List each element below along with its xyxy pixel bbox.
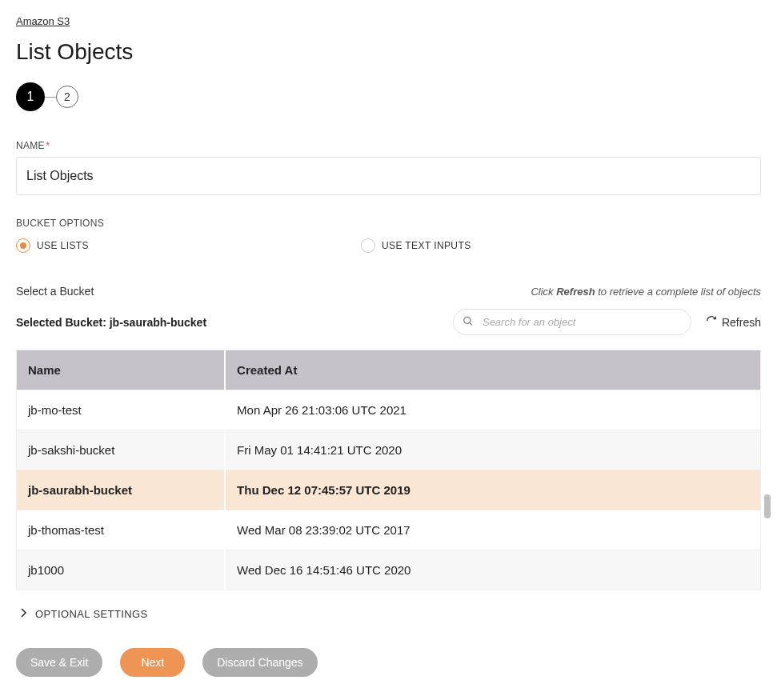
table-cell-name: jb-saurabh-bucket bbox=[17, 470, 225, 510]
name-input[interactable] bbox=[16, 157, 761, 195]
table-header-created-at[interactable]: Created At bbox=[225, 350, 760, 390]
step-1[interactable]: 1 bbox=[16, 82, 45, 111]
radio-use-lists-label: USE LISTS bbox=[37, 240, 89, 251]
table-cell-created-at: Fri May 01 14:41:21 UTC 2020 bbox=[225, 430, 760, 470]
selected-bucket-value: jb-saurabh-bucket bbox=[110, 316, 206, 329]
required-indicator: * bbox=[46, 139, 50, 152]
step-connector bbox=[45, 97, 56, 98]
table-row[interactable]: jb-thomas-test Wed Mar 08 23:39:02 UTC 2… bbox=[17, 510, 760, 550]
table-cell-created-at: Wed Mar 08 23:39:02 UTC 2017 bbox=[225, 510, 760, 550]
table-cell-created-at: Mon Apr 26 21:03:06 UTC 2021 bbox=[225, 390, 760, 430]
refresh-hint-suffix: to retrieve a complete list of objects bbox=[595, 286, 761, 298]
refresh-hint-bold: Refresh bbox=[556, 286, 595, 298]
search-icon bbox=[463, 315, 474, 329]
selected-bucket: Selected Bucket: jb-saurabh-bucket bbox=[16, 316, 206, 329]
radio-use-text-inputs[interactable]: USE TEXT INPUTS bbox=[361, 238, 471, 253]
refresh-button[interactable]: Refresh bbox=[706, 315, 761, 329]
table-row[interactable]: jb1000 Wed Dec 16 14:51:46 UTC 2020 bbox=[17, 550, 760, 590]
chevron-right-icon bbox=[21, 608, 27, 620]
svg-point-0 bbox=[464, 317, 471, 323]
next-button[interactable]: Next bbox=[120, 648, 185, 677]
refresh-icon bbox=[706, 315, 717, 329]
svg-line-1 bbox=[470, 322, 472, 325]
discard-changes-button[interactable]: Discard Changes bbox=[202, 648, 317, 677]
select-bucket-label: Select a Bucket bbox=[16, 285, 94, 298]
save-exit-button[interactable]: Save & Exit bbox=[16, 648, 102, 677]
scrollbar-track[interactable] bbox=[761, 350, 771, 590]
bucket-table: Name Created At jb-mo-test Mon Apr 26 21… bbox=[16, 350, 761, 590]
table-row[interactable]: jb-mo-test Mon Apr 26 21:03:06 UTC 2021 bbox=[17, 390, 760, 430]
refresh-hint-prefix: Click bbox=[531, 286, 556, 298]
step-2[interactable]: 2 bbox=[56, 86, 78, 108]
table-cell-created-at: Thu Dec 12 07:45:57 UTC 2019 bbox=[225, 470, 760, 510]
table-row[interactable]: jb-sakshi-bucket Fri May 01 14:41:21 UTC… bbox=[17, 430, 760, 470]
table-cell-name: jb-mo-test bbox=[17, 390, 225, 430]
table-header-name[interactable]: Name bbox=[17, 350, 225, 390]
stepper: 1 2 bbox=[16, 82, 761, 111]
radio-icon-checked bbox=[16, 238, 30, 253]
scrollbar-thumb[interactable] bbox=[764, 494, 771, 518]
optional-settings-toggle[interactable]: OPTIONAL SETTINGS bbox=[16, 608, 761, 620]
refresh-hint: Click Refresh to retrieve a complete lis… bbox=[531, 286, 761, 298]
breadcrumb[interactable]: Amazon S3 bbox=[16, 15, 70, 27]
table-cell-created-at: Wed Dec 16 14:51:46 UTC 2020 bbox=[225, 550, 760, 590]
table-row-selected[interactable]: jb-saurabh-bucket Thu Dec 12 07:45:57 UT… bbox=[17, 470, 760, 510]
radio-use-text-inputs-label: USE TEXT INPUTS bbox=[382, 240, 471, 251]
table-cell-name: jb-thomas-test bbox=[17, 510, 225, 550]
radio-use-lists[interactable]: USE LISTS bbox=[16, 238, 89, 253]
table-cell-name: jb-sakshi-bucket bbox=[17, 430, 225, 470]
selected-bucket-label: Selected Bucket: bbox=[16, 316, 110, 329]
bucket-options-label: BUCKET OPTIONS bbox=[16, 218, 761, 229]
optional-settings-label: OPTIONAL SETTINGS bbox=[35, 608, 148, 620]
radio-icon-unchecked bbox=[361, 238, 375, 253]
name-label: NAME bbox=[16, 140, 45, 151]
table-cell-name: jb1000 bbox=[17, 550, 225, 590]
search-input[interactable] bbox=[453, 309, 691, 335]
page-title: List Objects bbox=[16, 39, 761, 65]
refresh-button-label: Refresh bbox=[722, 316, 761, 329]
